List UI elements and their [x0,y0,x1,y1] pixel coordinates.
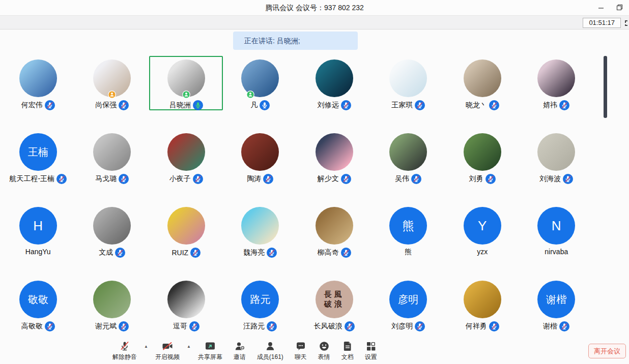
participant-cell[interactable]: 刘勇 [445,127,520,201]
fullscreen-icon[interactable] [624,18,629,26]
participant-cell[interactable]: RUIZ [149,201,223,275]
participant-avatar [93,133,131,171]
participant-cell[interactable]: 陶涛 [223,127,298,201]
participant-avatar [241,133,279,171]
participant-name: 文成 [99,248,113,257]
participant-tile: 陶涛 [223,130,297,184]
participant-cell[interactable]: 吴伟 [371,127,446,201]
participant-name: 晓龙丶 [466,101,487,110]
participant-cell[interactable]: 敬敬高敬敬 [1,275,75,348]
mic-muted-icon [119,174,129,184]
toolbar-docs-button[interactable]: 文档 [341,340,354,361]
participant-tile: 谢楷谢楷 [520,277,593,331]
participant-tile: 尚保强 [75,56,149,110]
participant-tile: 小夜子 [149,130,223,184]
participant-cell[interactable]: 長風破浪长风破浪 [297,275,371,348]
participant-cell[interactable]: 王楠航天工程-王楠 [1,127,75,201]
participant-cell[interactable]: 晓龙丶 [445,53,520,127]
participant-name: RUIZ [171,249,188,257]
participant-cell[interactable]: 谢楷谢楷 [520,275,594,348]
toolbar-unmute-button[interactable]: 解除静音 [112,340,137,361]
participant-cell[interactable]: 魏海亮 [223,201,298,275]
participant-cell[interactable]: 尚保强 [75,53,150,127]
mic-muted-icon [267,248,277,258]
participant-cell[interactable]: 婧祎 [520,53,594,127]
toolbar-share-screen-button[interactable]: 共享屏幕 [198,340,222,361]
toolbar-chat-button[interactable]: 聊天 [295,340,307,361]
toolbar-members-button[interactable]: 成员(161) [257,340,283,361]
participant-name-row: 刘勇 [469,174,496,184]
mic-muted-icon [415,100,425,110]
participant-cell[interactable]: 熊熊 [371,201,446,275]
participant-cell[interactable]: 逗哥 [149,275,223,348]
toolbar-start-video-button[interactable]: 开启视频 [155,340,180,361]
mic-muted-icon [341,248,351,258]
minimize-button[interactable] [592,0,610,14]
participant-cell[interactable]: 马戈璐 [75,127,150,201]
participant-cell[interactable]: 吕晓洲 [149,53,223,127]
participant-avatar [93,281,131,318]
participant-cell[interactable]: Yyzx [445,201,520,275]
participant-cell[interactable]: 解少文 [297,127,371,201]
participant-avatar [464,59,501,97]
toolbar-share-screen-label: 共享屏幕 [198,353,222,361]
participant-cell[interactable]: 凡 [223,53,298,127]
titlebar: 腾讯会议 会议号：937 802 232 [0,0,629,15]
participant-cell[interactable]: Nnirvaba [520,201,594,275]
participant-avatar: 王楠 [19,133,57,171]
participant-avatar [167,133,205,171]
participant-cell[interactable]: 小夜子 [149,127,223,201]
participant-tile: HHangYu [1,203,75,258]
participant-name-row: 魏海亮 [243,248,277,258]
participant-avatar [167,59,205,97]
participant-cell[interactable]: 何祥勇 [445,275,520,348]
participant-name-row: 刘彦明 [391,321,425,331]
participant-cell[interactable]: 柳高奇 [297,201,371,275]
participant-avatar: 彦明 [389,281,427,318]
scrollbar-thumb[interactable] [604,56,607,118]
leave-meeting-button[interactable]: 离开会议 [588,344,626,358]
toolbar-emoji-label: 表情 [318,353,330,361]
settings-grid-icon [365,340,377,352]
toolbar-start-video-options-arrow-icon[interactable]: ▲ [187,345,191,349]
mic-muted-icon [341,100,351,110]
mic-muted-icon [489,321,499,331]
participant-tile: 路元汪路元 [223,277,297,331]
participant-name-row: RUIZ [171,248,201,258]
participant-name: 刘彦明 [391,322,413,331]
toolbar-unmute-options-arrow-icon[interactable]: ▲ [144,345,148,349]
toolbar-emoji-button[interactable]: 表情 [318,340,330,361]
participant-avatar: 路元 [241,281,279,318]
participant-cell[interactable]: 王家琪 [371,53,446,127]
green-member-badge-icon [246,90,254,99]
mic-muted-icon [189,321,199,331]
participant-name: 柳高奇 [318,248,339,257]
participant-cell[interactable]: 谢元斌 [75,275,150,348]
participant-tile: 魏海亮 [223,203,297,258]
participant-cell[interactable]: 路元汪路元 [223,275,298,348]
person-add-icon [234,340,246,352]
participant-name-row: 柳高奇 [318,248,351,258]
toolbar-invite-button[interactable]: 邀请 [234,340,246,361]
mic-muted-icon [45,100,55,110]
participant-cell[interactable]: 刘修远 [297,53,371,127]
participant-name-row: 逗哥 [173,321,199,331]
participant-name: 尚保强 [95,101,117,110]
participant-name-row: 陶涛 [247,174,273,184]
participant-cell[interactable]: 刘海波 [520,127,594,201]
mic-muted-icon [559,321,569,331]
participant-cell[interactable]: 彦明刘彦明 [371,275,446,348]
mic-muted-icon [341,174,351,184]
participant-cell[interactable]: 何宏伟 [1,53,75,127]
toolbar-settings-button[interactable]: 设置 [365,340,377,361]
restore-button[interactable] [611,0,628,14]
participant-name-row: yzx [477,248,488,256]
participant-avatar [316,59,353,97]
participant-name-row: 谢楷 [543,321,569,331]
participant-name: 吴伟 [395,174,409,184]
participant-cell[interactable]: HHangYu [1,201,75,275]
participant-avatar [537,133,575,171]
mic-muted-icon [559,100,569,110]
mic-muted-icon [193,174,203,184]
participant-cell[interactable]: 文成 [75,201,150,275]
